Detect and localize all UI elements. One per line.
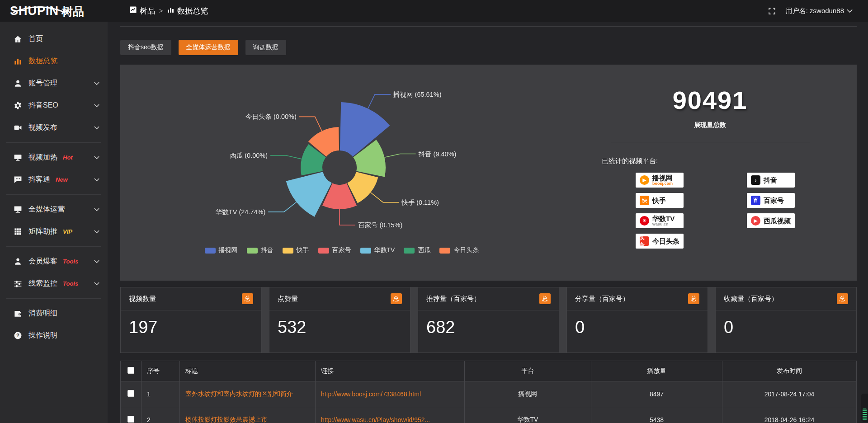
stat-card-收藏量（百家号）: 收藏量（百家号）总0 [715,287,857,353]
legend-item-播视网[interactable]: 播视网 [205,246,238,254]
total-badge[interactable]: 总 [391,293,402,304]
tab-全媒体运营数据[interactable]: 全媒体运营数据 [179,40,238,55]
wallet-icon [14,309,22,318]
legend-item-华数TV[interactable]: 华数TV [360,246,395,254]
video-title-link[interactable]: 楼体投影灯投影效果震撼上市 [185,416,268,423]
cell-index: 1 [142,381,180,407]
summary-panel: 90491 展现量总数 已统计的视频平台: ▶播视网boosj.com快快手✳华… [563,65,857,281]
sidebar-item-视频发布[interactable]: 视频发布 [0,117,108,139]
sidebar-item-操作说明[interactable]: ?操作说明 [0,324,108,347]
legend-item-快手[interactable]: 快手 [283,246,309,254]
sidebar-item-会员爆客[interactable]: 会员爆客Tools [0,250,108,273]
pie-label-快手: 快手 (0.11%) [401,199,439,206]
sidebar-item-矩阵助推[interactable]: 矩阵助推VIP [0,221,108,243]
platform-badge-抖音: ♪抖音 [747,173,795,188]
cell-plays: 8497 [591,381,722,407]
抖音-logo-icon: ♪ [751,175,760,185]
sidebar-item-badge: Hot [63,154,73,161]
stat-card-header: 推荐量（百家号）总 [418,287,559,310]
sidebar-item-抖音SEO[interactable]: 抖音SEO [0,94,108,117]
sidebar-item-badge: New [56,176,68,183]
user-icon [14,79,22,88]
sidebar-item-label: 抖音SEO [28,101,58,110]
total-badge[interactable]: 总 [837,293,848,304]
sidebar-divider [6,142,101,143]
monitor-icon [14,205,22,214]
platform-badge-今日头条: 头条今日头条 [636,234,684,249]
legend-item-西瓜[interactable]: 西瓜 [404,246,430,254]
pie-label-line-播视网 [368,94,391,109]
legend-label: 华数TV [374,246,395,254]
sidebar-item-线索监控[interactable]: 线索监控Tools [0,273,108,295]
cell-published: 2017-08-24 17:04 [722,381,857,407]
chevron-down-icon [94,282,99,286]
pie-label-line-快手 [371,193,399,202]
sidebar-item-badge: VIP [63,228,72,235]
platform-name: 今日头条 [652,238,679,245]
platform-badges: ▶播视网boosj.com快快手✳华数TVwasu.cn头条今日头条♪抖音百百家… [636,173,857,249]
chart-icon [14,57,22,66]
sidebar-item-label: 消费明细 [28,309,57,318]
grid-icon [14,227,22,236]
stat-card-value: 532 [269,310,410,344]
video-table-wrap: 序号标题链接平台播放量发布时间 1室外水纹灯和室内水纹灯的区别和简介http:/… [120,361,857,423]
sidebar-item-消费明细[interactable]: 消费明细 [0,302,108,324]
sidebar-item-账号管理[interactable]: 账号管理 [0,72,108,94]
pie-label-西瓜: 西瓜 (0.00%) [230,152,268,159]
gear-icon [14,101,22,110]
video-url-link[interactable]: http://www.wasu.cn/Play/show/id/952... [321,416,430,423]
breadcrumb-item-home[interactable]: 树品 [129,6,155,16]
sidebar-item-label: 账号管理 [28,79,57,88]
legend-label: 百家号 [332,246,351,254]
tab-抖音seo数据[interactable]: 抖音seo数据 [120,40,171,55]
total-badge[interactable]: 总 [242,293,253,304]
legend-item-今日头条[interactable]: 今日头条 [439,246,479,254]
select-all-checkbox[interactable] [127,367,134,374]
total-impressions-value: 90491 [563,85,857,115]
breadcrumb-item-current[interactable]: 数据总览 [167,6,208,16]
fullscreen-icon[interactable] [768,7,776,15]
播视网-logo-icon: ▶ [640,175,649,185]
sidebar-item-抖客通[interactable]: 抖客通New [0,169,108,191]
total-badge[interactable]: 总 [688,293,699,304]
sidebar-item-label: 数据总览 [28,56,57,66]
legend-item-百家号[interactable]: 百家号 [318,246,351,254]
sidebar-divider [6,246,101,247]
row-checkbox[interactable] [127,390,134,397]
floating-scroll-widget[interactable] [861,394,868,422]
sidebar-item-首页[interactable]: 首页 [0,28,108,50]
header-right: 用户名: zswodun88 [768,7,868,15]
legend-label: 快手 [297,246,309,254]
video-table-head: 序号标题链接平台播放量发布时间 [121,361,857,381]
pie-label-百家号: 百家号 (0.15%) [358,221,402,229]
overview-panel: 播视网 (65.61%)抖音 (9.40%)快手 (0.11%)百家号 (0.1… [120,65,857,281]
legend-swatch [439,248,450,254]
data-tabs: 抖音seo数据全媒体运营数据询盘数据 [120,40,857,55]
pie-label-line-今日头条 [299,117,322,131]
cell-published: 2018-04-26 16:24 [722,407,857,423]
sidebar-item-badge: Tools [63,258,78,265]
pie-label-line-抖音 [384,154,415,158]
legend-label: 今日头条 [453,246,479,254]
col-header-发布时间: 发布时间 [722,361,857,381]
cell-plays: 5438 [591,407,722,423]
user-menu[interactable]: 用户名: zswodun88 [786,7,853,15]
sidebar-item-全媒体运营[interactable]: 全媒体运营 [0,198,108,221]
stat-card-视频数量: 视频数量总197 [120,287,262,353]
tab-询盘数据[interactable]: 询盘数据 [245,40,286,55]
platform-subtext: wasu.cn [652,222,675,226]
sidebar-item-数据总览[interactable]: 数据总览 [0,50,108,72]
legend-item-抖音[interactable]: 抖音 [247,246,274,254]
video-url-link[interactable]: http://www.boosj.com/7338468.html [321,390,421,398]
chevron-down-icon [94,126,99,130]
total-badge[interactable]: 总 [539,293,551,304]
sidebar-item-视频加热[interactable]: 视频加热Hot [0,146,108,169]
stat-card-value: 0 [567,310,708,344]
row-checkbox[interactable] [127,416,134,423]
platform-name: 播视网 [652,174,673,182]
video-title-link[interactable]: 室外水纹灯和室内水纹灯的区别和简介 [185,390,293,397]
legend-label: 抖音 [261,246,274,254]
stat-card-value: 0 [716,310,856,344]
sidebar-nav: 首页数据总览账号管理抖音SEO视频发布视频加热Hot抖客通New全媒体运营矩阵助… [0,22,108,423]
pie-slice-华数TV[interactable] [286,172,332,216]
